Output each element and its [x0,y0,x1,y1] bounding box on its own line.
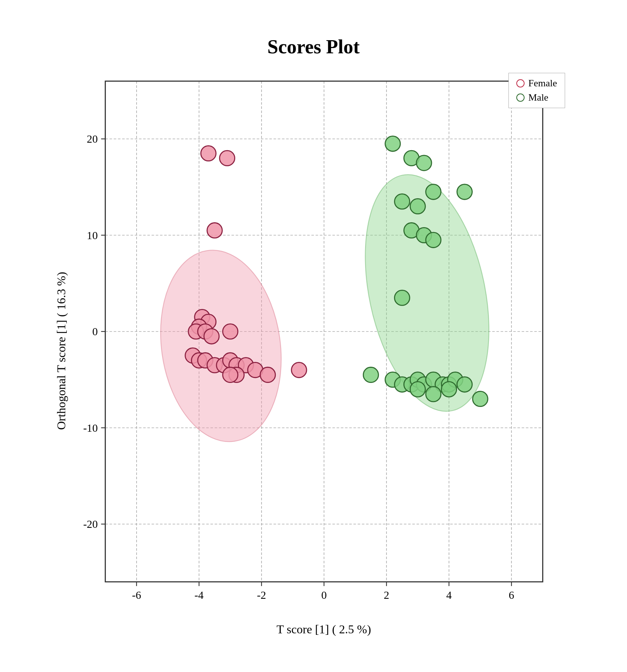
svg-text:-4: -4 [194,589,204,601]
svg-point-40 [220,151,235,166]
svg-text:6: 6 [508,589,514,601]
svg-text:-6: -6 [132,589,141,601]
svg-point-39 [201,146,216,161]
legend: Female Male [508,73,565,108]
svg-text:-20: -20 [83,518,98,530]
plot-wrapper: -6-4-20246-20-1001020 Female Male [72,65,576,619]
svg-point-67 [426,184,441,199]
svg-text:-2: -2 [257,589,266,601]
svg-text:20: 20 [87,133,98,145]
svg-point-73 [363,367,378,382]
svg-text:0: 0 [92,325,98,338]
svg-text:2: 2 [383,589,389,601]
scatter-plot: -6-4-20246-20-1001020 [72,65,576,619]
svg-point-47 [204,329,219,344]
svg-point-61 [223,324,238,339]
svg-text:-10: -10 [83,422,98,434]
svg-point-68 [457,184,472,199]
legend-female-icon [516,79,525,87]
svg-text:0: 0 [321,589,327,601]
x-axis-label: T score [1] ( 2.5 %) [72,622,576,636]
svg-point-87 [472,391,487,406]
y-axis-label: Orthogonal T score [1] ( 16.3 %) [51,65,72,636]
plot-and-xaxis: -6-4-20246-20-1001020 Female Male T scor… [72,65,576,636]
svg-point-41 [207,223,222,238]
svg-point-71 [426,232,441,247]
legend-male-label: Male [528,92,548,103]
svg-point-83 [410,382,425,397]
chart-title: Scores Plot [268,36,360,58]
svg-point-60 [291,362,306,377]
chart-area: Orthogonal T score [1] ( 16.3 %) -6-4-20… [51,65,576,636]
legend-male-icon [516,93,525,102]
svg-point-86 [457,377,472,392]
svg-point-84 [426,387,441,402]
svg-point-64 [416,155,431,170]
svg-point-72 [394,290,409,305]
svg-point-65 [394,194,409,209]
svg-point-85 [441,382,456,397]
legend-male: Male [516,92,557,103]
legend-female: Female [516,78,557,89]
chart-container: Scores Plot Orthogonal T score [1] ( 16.… [51,36,576,636]
svg-text:10: 10 [87,229,98,241]
svg-text:4: 4 [446,589,452,601]
svg-point-59 [260,367,275,382]
svg-point-62 [385,136,400,151]
legend-female-label: Female [528,78,557,89]
svg-point-58 [223,367,238,382]
svg-point-66 [410,199,425,214]
